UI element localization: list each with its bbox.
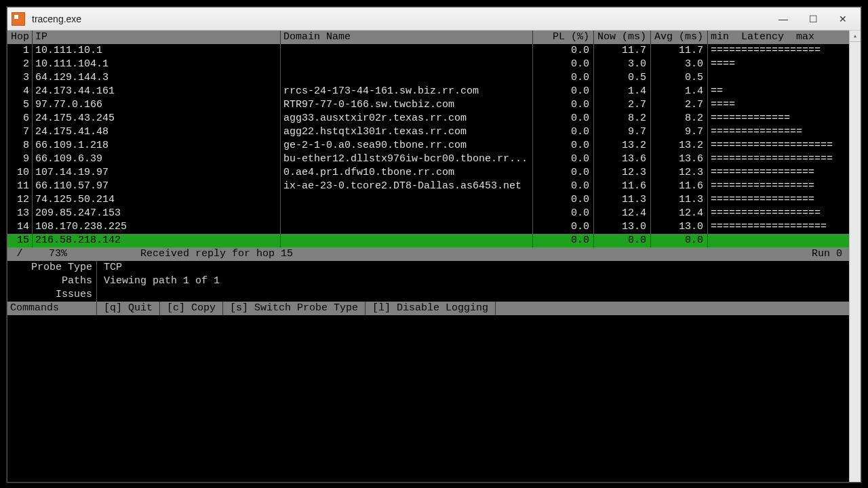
domain-cell [280, 234, 532, 247]
table-row[interactable]: 13209.85.247.1530.012.412.4=============… [7, 207, 849, 220]
status-message: Received reply for hop 15 [73, 247, 788, 261]
table-row[interactable]: 724.175.41.48agg22.hstqtxl301r.texas.rr.… [7, 125, 849, 139]
hop-cell: 7 [7, 125, 32, 139]
hop-cell: 6 [7, 112, 32, 125]
table-row[interactable]: 10107.14.19.970.ae4.pr1.dfw10.tbone.rr.c… [7, 166, 849, 180]
domain-cell [280, 58, 532, 71]
domain-cell: agg22.hstqtxl301r.texas.rr.com [280, 125, 532, 139]
pl-cell: 0.0 [532, 44, 593, 58]
latency-cell: ============= [707, 112, 835, 125]
hop-cell: 2 [7, 58, 32, 71]
table-row[interactable]: 624.175.43.245agg33.ausxtxir02r.texas.rr… [7, 112, 849, 125]
pl-cell: 0.0 [532, 152, 593, 166]
avg-cell: 2.7 [650, 98, 707, 112]
latency-cell: ==== [707, 98, 835, 112]
issues-label: Issues [7, 288, 97, 302]
close-button[interactable]: ✕ [836, 12, 850, 26]
table-row[interactable]: 1166.110.57.97ix-ae-23-0.tcore2.DT8-Dall… [7, 180, 849, 193]
pl-cell: 0.0 [532, 166, 593, 180]
scroll-up-icon[interactable]: ▴ [850, 30, 861, 42]
table-row[interactable]: 110.111.10.10.011.711.7=================… [7, 44, 849, 58]
hop-cell: 12 [7, 193, 32, 207]
table-row[interactable]: 597.77.0.166RTR97-77-0-166.sw.twcbiz.com… [7, 98, 849, 112]
ip-cell: 24.175.43.245 [32, 112, 280, 125]
cmd-disable-logging[interactable]: [l] Disable Logging [366, 302, 496, 315]
status-percent: 73% [32, 247, 73, 261]
paths-value: Viewing path 1 of 1 [97, 274, 220, 288]
col-now: Now (ms) [593, 30, 650, 44]
table-row[interactable]: 424.173.44.161rrcs-24-173-44-161.sw.biz.… [7, 85, 849, 98]
table-row[interactable]: 14108.170.238.2250.013.013.0============… [7, 220, 849, 234]
probe-type-value: TCP [97, 261, 122, 274]
latency-cell [707, 234, 835, 247]
pl-cell: 0.0 [532, 180, 593, 193]
ip-cell: 24.173.44.161 [32, 85, 280, 98]
now-cell: 13.2 [593, 139, 650, 152]
hop-cell: 10 [7, 166, 32, 180]
ip-cell: 209.85.247.153 [32, 207, 280, 220]
status-spinner: / [7, 247, 32, 261]
paths-label: Paths [7, 274, 97, 288]
ip-cell: 66.109.1.218 [32, 139, 280, 152]
window-controls: — ☐ ✕ [776, 12, 850, 26]
now-cell: 11.7 [593, 44, 650, 58]
avg-cell: 1.4 [650, 85, 707, 98]
now-cell: 8.2 [593, 112, 650, 125]
main-panel: Hop IP Domain Name PL (%) Now (ms) Avg (… [7, 30, 849, 482]
now-cell: 13.6 [593, 152, 650, 166]
hop-cell: 11 [7, 180, 32, 193]
hop-cell: 13 [7, 207, 32, 220]
domain-cell: bu-ether12.dllstx976iw-bcr00.tbone.rr... [280, 152, 532, 166]
info-probe-type: Probe Type TCP [7, 261, 849, 274]
avg-cell: 0.0 [650, 234, 707, 247]
now-cell: 11.6 [593, 180, 650, 193]
avg-cell: 13.6 [650, 152, 707, 166]
table-row[interactable]: 15216.58.218.1420.00.00.0 [7, 234, 849, 247]
latency-cell: ================= [707, 180, 835, 193]
col-hop: Hop [7, 30, 32, 44]
hop-cell: 14 [7, 220, 32, 234]
col-packetloss: PL (%) [532, 30, 593, 44]
latency-cell: ==================== [707, 139, 835, 152]
domain-cell: ix-ae-23-0.tcore2.DT8-Dallas.as6453.net [280, 180, 532, 193]
pl-cell: 0.0 [532, 125, 593, 139]
hop-cell: 3 [7, 71, 32, 85]
titlebar: traceng.exe — ☐ ✕ [7, 7, 861, 30]
latency-cell: ==== [707, 58, 835, 71]
pl-cell: 0.0 [532, 139, 593, 152]
table-row[interactable]: 364.129.144.30.00.50.5 [7, 71, 849, 85]
cmd-copy[interactable]: [c] Copy [160, 302, 223, 315]
vertical-scrollbar[interactable]: ▴ [849, 30, 861, 482]
hop-cell: 15 [7, 234, 32, 247]
now-cell: 3.0 [593, 58, 650, 71]
cmd-quit[interactable]: [q] Quit [97, 302, 160, 315]
pl-cell: 0.0 [532, 71, 593, 85]
ip-cell: 66.109.6.39 [32, 152, 280, 166]
ip-cell: 24.175.41.48 [32, 125, 280, 139]
table-row[interactable]: 966.109.6.39bu-ether12.dllstx976iw-bcr00… [7, 152, 849, 166]
table-row[interactable]: 1274.125.50.2140.011.311.3==============… [7, 193, 849, 207]
avg-cell: 13.2 [650, 139, 707, 152]
pl-cell: 0.0 [532, 98, 593, 112]
domain-cell [280, 220, 532, 234]
latency-cell: =================== [707, 220, 835, 234]
maximize-button[interactable]: ☐ [806, 12, 820, 26]
ip-cell: 216.58.218.142 [32, 234, 280, 247]
hop-cell: 9 [7, 152, 32, 166]
minimize-button[interactable]: — [776, 12, 790, 26]
pl-cell: 0.0 [532, 112, 593, 125]
domain-cell [280, 207, 532, 220]
info-paths: Paths Viewing path 1 of 1 [7, 274, 849, 288]
issues-value [97, 288, 104, 302]
status-run: Run 0 [788, 247, 849, 261]
cmd-switch-probe[interactable]: [s] Switch Probe Type [223, 302, 366, 315]
table-row[interactable]: 210.111.104.10.03.03.0==== [7, 58, 849, 71]
avg-cell: 11.7 [650, 44, 707, 58]
table-header: Hop IP Domain Name PL (%) Now (ms) Avg (… [7, 30, 849, 44]
domain-cell: 0.ae4.pr1.dfw10.tbone.rr.com [280, 166, 532, 180]
avg-cell: 12.3 [650, 166, 707, 180]
app-icon [12, 12, 25, 26]
avg-cell: 3.0 [650, 58, 707, 71]
table-row[interactable]: 866.109.1.218ge-2-1-0.a0.sea90.tbone.rr.… [7, 139, 849, 152]
now-cell: 12.3 [593, 166, 650, 180]
